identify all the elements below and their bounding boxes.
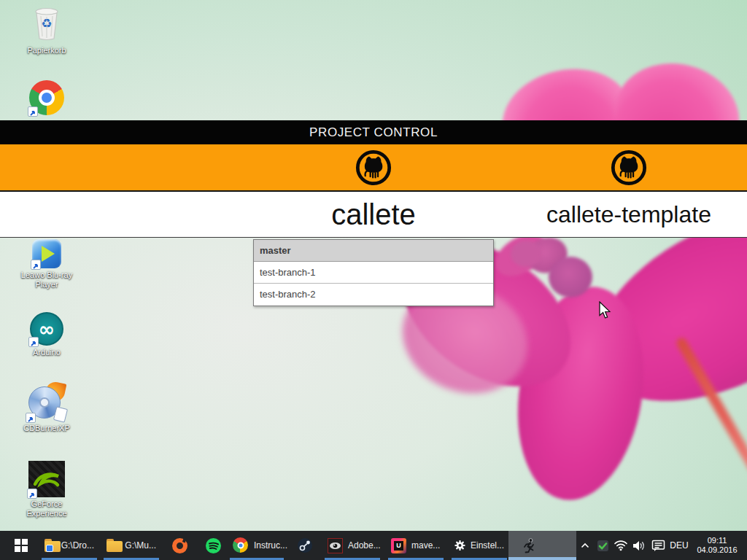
settings-gear-icon bbox=[454, 537, 465, 553]
play-triangle-icon bbox=[42, 246, 55, 262]
desktop-icon-leawo[interactable]: Leawo Blu-ray Player bbox=[12, 239, 82, 289]
tray-wifi[interactable] bbox=[612, 531, 630, 560]
folder-icon bbox=[44, 539, 56, 552]
desktop-icon-label: Leawo Blu-ray Player bbox=[12, 271, 82, 289]
desktop-icon-label: Arduino bbox=[33, 348, 61, 357]
desktop-icon-recycle-bin[interactable]: ♻ Papierkorb bbox=[12, 7, 82, 55]
taskbar-item-spotify[interactable] bbox=[197, 531, 229, 560]
github-octocat-icon[interactable] bbox=[355, 149, 392, 187]
dropbox-badge-icon bbox=[46, 545, 53, 552]
sync-check-icon bbox=[597, 540, 609, 552]
taskbar-item-explorer-dropbox[interactable]: G:\Dro... bbox=[40, 531, 98, 560]
runner-app-icon bbox=[522, 537, 536, 553]
desktop-icon-label: CDBurnerXP bbox=[23, 424, 70, 433]
desktop-icon-cdburnerxp[interactable]: CDBurnerXP bbox=[12, 382, 82, 433]
origin-icon bbox=[172, 538, 187, 553]
infinity-glyph: ∞ bbox=[39, 319, 55, 339]
repo-callete-template[interactable]: callete-template bbox=[512, 192, 746, 237]
taskbar-item-label: G:\Mu... bbox=[125, 540, 156, 551]
clock-time: 09:11 bbox=[697, 536, 737, 545]
branch-dropdown-list: master test-branch-1 test-branch-2 bbox=[253, 239, 494, 306]
tray-chevron-up[interactable] bbox=[576, 531, 594, 560]
active-window-indicator bbox=[508, 557, 576, 560]
chrome-icon bbox=[233, 537, 249, 553]
taskbar-item-label: Adobe... bbox=[348, 540, 381, 551]
mouse-cursor bbox=[598, 301, 611, 320]
adobe-eye-icon bbox=[328, 538, 343, 553]
branch-item-test-branch-1[interactable]: test-branch-1 bbox=[254, 262, 493, 284]
windows-logo-icon bbox=[15, 539, 28, 552]
desktop-icon-chrome-shortcut[interactable] bbox=[12, 80, 82, 115]
desktop-icon-geforce[interactable]: GeForce Experience bbox=[12, 461, 82, 518]
desktop-icon-arduino[interactable]: ∞ Arduino bbox=[12, 312, 82, 357]
clock-date: 04.09.2016 bbox=[697, 545, 737, 555]
intellij-idea-icon: U bbox=[391, 538, 406, 553]
chevron-up-icon bbox=[581, 542, 589, 548]
shortcut-arrow-icon bbox=[28, 337, 39, 347]
shortcut-arrow-icon bbox=[31, 260, 41, 270]
steam-icon bbox=[297, 537, 313, 553]
project-control-titlebar: PROJECT CONTROL bbox=[0, 120, 747, 144]
recycle-symbol-icon: ♻ bbox=[33, 16, 61, 31]
tray-language-indicator[interactable]: DEU bbox=[667, 531, 692, 560]
tray-sync-app[interactable] bbox=[595, 531, 611, 560]
desktop-icon-label: Papierkorb bbox=[27, 46, 66, 55]
wifi-icon bbox=[614, 540, 628, 551]
tray-clock[interactable]: 09:11 04.09.2016 bbox=[692, 531, 743, 560]
taskbar-item-label: mave... bbox=[411, 540, 440, 551]
project-control-title: PROJECT CONTROL bbox=[309, 125, 438, 140]
action-center-icon bbox=[651, 540, 665, 552]
taskbar-item-steam[interactable] bbox=[289, 531, 321, 560]
taskbar: G:\Dro... G:\Mu... bbox=[0, 531, 747, 560]
github-octocat-icon[interactable] bbox=[610, 149, 648, 187]
document-icon bbox=[53, 406, 68, 422]
desktop-icon-label: GeForce Experience bbox=[12, 499, 82, 518]
taskbar-item-chrome[interactable]: Instruc... bbox=[228, 531, 285, 560]
taskbar-item-adobe[interactable]: Adobe... bbox=[323, 531, 382, 560]
taskbar-item-explorer-music[interactable]: G:\Mu... bbox=[102, 531, 160, 560]
taskbar-item-origin[interactable] bbox=[163, 531, 196, 560]
language-code: DEU bbox=[670, 540, 688, 551]
flower-bud bbox=[549, 257, 592, 298]
branch-item-test-branch-2[interactable]: test-branch-2 bbox=[254, 284, 493, 306]
flower-bud bbox=[511, 241, 541, 267]
chrome-icon-center bbox=[39, 90, 55, 106]
project-control-orange-band bbox=[0, 144, 747, 192]
desktop-wallpaper: ♻ Papierkorb Leawo Blu-ray Player bbox=[0, 0, 747, 560]
shortcut-arrow-icon bbox=[28, 106, 38, 117]
spotify-icon bbox=[206, 538, 221, 553]
taskbar-item-project-control-app[interactable] bbox=[508, 531, 576, 560]
taskbar-item-label: Instruc... bbox=[254, 540, 287, 551]
repo-callete[interactable]: callete bbox=[257, 192, 490, 237]
start-button[interactable] bbox=[6, 531, 36, 560]
taskbar-item-intellij-maven[interactable]: U mave... bbox=[387, 531, 445, 560]
tray-action-center[interactable] bbox=[648, 531, 668, 560]
project-control-repo-band: callete callete-template bbox=[0, 192, 747, 238]
speaker-icon bbox=[632, 540, 646, 552]
tray-volume[interactable] bbox=[630, 531, 647, 560]
taskbar-item-label: Einstel... bbox=[471, 540, 504, 551]
shortcut-arrow-icon bbox=[26, 413, 36, 423]
folder-icon bbox=[107, 539, 120, 552]
cd-hole bbox=[39, 397, 50, 408]
shortcut-arrow-icon bbox=[27, 489, 37, 499]
branch-item-master[interactable]: master bbox=[254, 240, 493, 262]
taskbar-item-settings[interactable]: Einstel... bbox=[450, 531, 508, 560]
taskbar-item-label: G:\Dro... bbox=[61, 540, 94, 551]
nvidia-swoosh-icon bbox=[32, 467, 61, 491]
